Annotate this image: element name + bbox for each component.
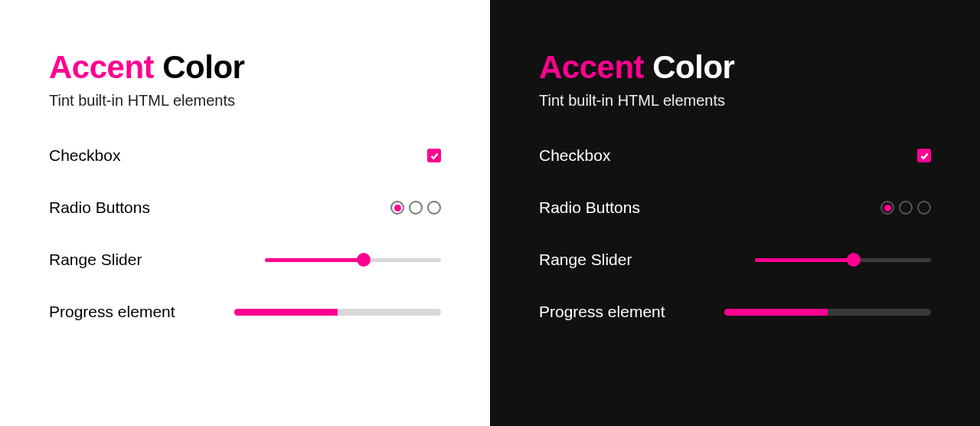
checkbox-input[interactable] bbox=[917, 149, 931, 162]
page-title: Accent Color bbox=[539, 49, 931, 86]
range-slider[interactable] bbox=[265, 253, 441, 267]
light-theme-panel: Accent Color Tint built-in HTML elements… bbox=[0, 0, 490, 426]
radio-label: Radio Buttons bbox=[539, 198, 640, 217]
radio-label: Radio Buttons bbox=[49, 198, 150, 217]
progress-label: Progress element bbox=[49, 303, 175, 321]
title-rest-word: Color bbox=[652, 49, 734, 85]
progress-row: Progress element bbox=[539, 303, 931, 321]
check-icon bbox=[430, 151, 439, 161]
title-accent-word: Accent bbox=[49, 49, 154, 85]
progress-label: Progress element bbox=[539, 303, 665, 321]
slider-thumb[interactable] bbox=[847, 253, 861, 267]
progress-bar bbox=[234, 309, 441, 316]
checkbox-row: Checkbox bbox=[49, 146, 441, 165]
page-subtitle: Tint built-in HTML elements bbox=[539, 92, 931, 110]
progress-row: Progress element bbox=[49, 303, 441, 321]
radio-option-3[interactable] bbox=[427, 201, 441, 215]
checkbox-label: Checkbox bbox=[539, 146, 610, 165]
checkbox-input[interactable] bbox=[427, 149, 441, 162]
check-icon bbox=[920, 151, 929, 161]
slider-row: Range Slider bbox=[49, 251, 441, 269]
slider-label: Range Slider bbox=[49, 251, 142, 269]
radio-option-2[interactable] bbox=[899, 201, 913, 215]
checkbox-row: Checkbox bbox=[539, 146, 931, 165]
page-title: Accent Color bbox=[49, 49, 441, 86]
slider-fill bbox=[265, 258, 364, 262]
slider-label: Range Slider bbox=[539, 251, 632, 269]
radio-option-1[interactable] bbox=[880, 201, 894, 215]
progress-fill bbox=[724, 309, 828, 316]
title-rest-word: Color bbox=[162, 49, 244, 85]
radio-option-2[interactable] bbox=[409, 201, 423, 215]
radio-row: Radio Buttons bbox=[539, 198, 931, 217]
dark-theme-panel: Accent Color Tint built-in HTML elements… bbox=[490, 0, 980, 426]
slider-fill bbox=[755, 258, 854, 262]
checkbox-label: Checkbox bbox=[49, 146, 120, 165]
radio-option-3[interactable] bbox=[917, 201, 931, 215]
radio-option-1[interactable] bbox=[390, 201, 404, 215]
radio-row: Radio Buttons bbox=[49, 198, 441, 217]
progress-bar bbox=[724, 309, 931, 316]
slider-row: Range Slider bbox=[539, 251, 931, 269]
page-subtitle: Tint built-in HTML elements bbox=[49, 92, 441, 110]
title-accent-word: Accent bbox=[539, 49, 644, 85]
progress-fill bbox=[234, 309, 338, 316]
range-slider[interactable] bbox=[755, 253, 931, 267]
slider-thumb[interactable] bbox=[357, 253, 371, 267]
